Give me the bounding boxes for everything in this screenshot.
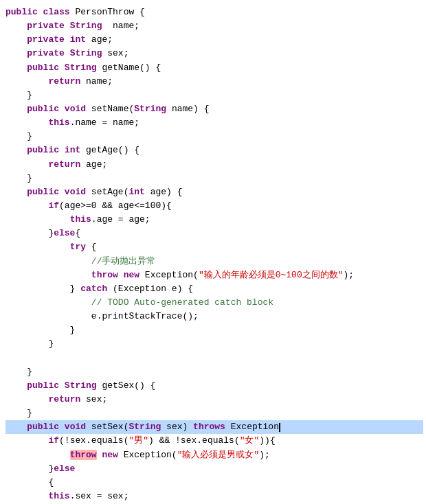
code-token: public [27, 104, 59, 114]
code-token: String [65, 380, 97, 391]
code-token [5, 450, 70, 460]
code-token [5, 201, 48, 211]
code-token [5, 491, 48, 501]
code-token [5, 117, 48, 128]
code-token: } [5, 131, 32, 141]
code-token: String [70, 48, 102, 58]
code-token [118, 270, 124, 280]
text-cursor [279, 423, 280, 432]
code-token: age; [80, 159, 107, 170]
code-line: this.sex = sex; [5, 490, 423, 503]
code-token: "男" [128, 435, 148, 446]
code-token [5, 270, 91, 280]
code-token: name; [80, 76, 113, 87]
code-token [5, 76, 48, 87]
code-line: public int getAge() { [5, 144, 423, 157]
code-token: void [65, 422, 86, 432]
code-token [65, 34, 70, 45]
code-token: getSex() { [97, 380, 156, 391]
code-token [5, 62, 27, 73]
code-token: throw [70, 450, 97, 460]
code-token: } [5, 173, 32, 183]
code-token: Exception( [139, 270, 199, 280]
code-token: PersonThrow { [75, 7, 144, 17]
code-line: return sex; [5, 393, 423, 406]
code-token: String [128, 422, 161, 432]
code-token: } [5, 228, 54, 238]
code-token: } [5, 367, 32, 377]
code-token: ); [344, 270, 355, 280]
code-token: //手动抛出异常 [91, 256, 156, 266]
code-line: public class PersonThrow { [5, 5, 423, 19]
code-token [5, 34, 27, 45]
code-token [5, 159, 48, 170]
code-token [5, 48, 27, 58]
code-token: ) && !sex.equals( [148, 435, 240, 446]
code-line: } [5, 406, 423, 420]
code-token: setName( [86, 104, 134, 114]
code-token: public [5, 7, 43, 17]
code-token: } [5, 325, 75, 335]
code-token [59, 62, 65, 73]
code-line: private int age; [5, 33, 423, 47]
code-token: Exception [225, 422, 279, 432]
code-token [59, 422, 65, 432]
code-token: else [54, 463, 75, 474]
code-line: public void setAge(int age) { [5, 185, 423, 199]
code-token: { [86, 242, 97, 252]
code-token [5, 187, 27, 197]
code-token: .age = age; [91, 214, 150, 225]
code-token [5, 380, 27, 391]
code-line: }else{ [5, 227, 423, 240]
code-token [5, 145, 27, 155]
code-token: new [102, 450, 117, 460]
code-token [59, 104, 65, 114]
code-line: } [5, 365, 423, 379]
code-line: throw new Exception("输入的年龄必须是0~100之间的数")… [5, 268, 423, 282]
code-token [5, 422, 27, 432]
code-token: throws [193, 422, 225, 432]
code-token: if [48, 435, 59, 446]
code-token: new [124, 270, 139, 280]
code-token: String [65, 62, 97, 73]
code-token: getAge() { [80, 145, 139, 155]
code-token: public [27, 145, 59, 155]
code-line: } catch (Exception e) { [5, 282, 423, 296]
code-line: public String getName() { [5, 61, 423, 75]
code-token: public [27, 380, 59, 391]
code-token: catch [80, 284, 107, 294]
code-token: { [75, 228, 80, 238]
code-token: sex; [102, 48, 128, 58]
code-line: } [5, 323, 423, 337]
code-token: sex) [161, 422, 193, 432]
code-line: } [5, 130, 423, 144]
code-line: return age; [5, 158, 423, 172]
code-token: (Exception e) { [107, 284, 193, 294]
code-token [5, 21, 27, 31]
code-line: } [5, 337, 423, 351]
code-token: .name = name; [70, 117, 139, 128]
code-token: class [43, 7, 76, 17]
code-token: private [27, 48, 65, 58]
code-token: } [5, 284, 80, 294]
code-token: Exception( [118, 450, 177, 460]
code-token [5, 394, 48, 404]
code-line: } [5, 172, 423, 185]
code-token: this [48, 117, 69, 128]
code-line: this.name = name; [5, 116, 423, 130]
code-token: age; [86, 34, 113, 45]
code-token: (age>=0 && age<=100){ [59, 201, 172, 211]
code-token: (!sex.equals( [59, 435, 128, 446]
code-token: getName() { [97, 62, 161, 73]
code-token: // TODO Auto-generated catch block [91, 297, 273, 308]
code-token: if [48, 201, 59, 211]
code-line: // TODO Auto-generated catch block [5, 296, 423, 310]
code-token [59, 145, 65, 155]
code-token: setSex( [86, 422, 128, 432]
code-token [5, 311, 91, 321]
code-line: } [5, 89, 423, 102]
code-line: if(!sex.equals("男") && !sex.equals("女"))… [5, 434, 423, 448]
code-token [5, 214, 70, 225]
code-token: { [5, 477, 54, 488]
code-line: try { [5, 240, 423, 254]
